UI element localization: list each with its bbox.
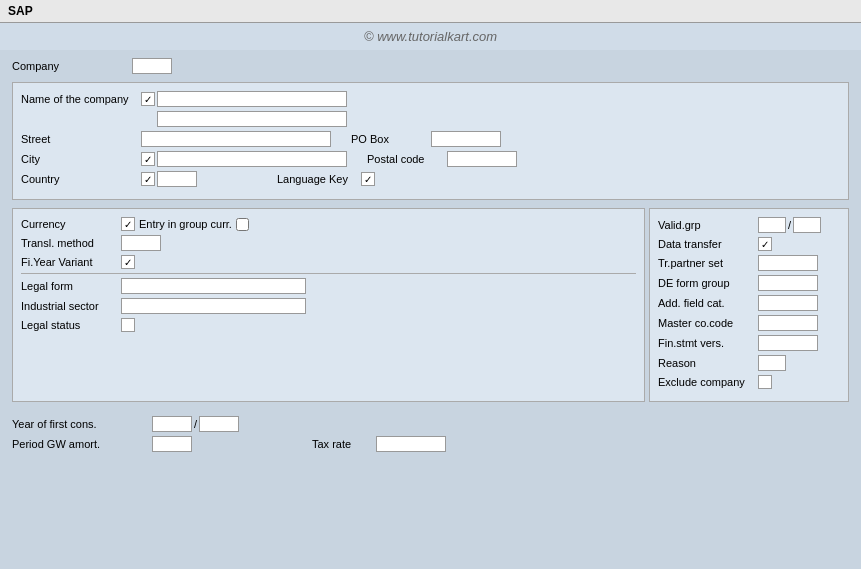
middle-section: Currency Entry in group curr. Transl. me… bbox=[12, 208, 849, 402]
street-row: Street PO Box bbox=[21, 131, 840, 147]
exclude-company-checkbox[interactable] bbox=[758, 375, 772, 389]
company-row: Company bbox=[12, 58, 849, 74]
city-label: City bbox=[21, 153, 141, 165]
de-form-group-input[interactable] bbox=[758, 275, 818, 291]
reason-row: Reason bbox=[658, 355, 840, 371]
name-company-row: Name of the company bbox=[21, 91, 840, 107]
legal-form-row: Legal form bbox=[21, 278, 636, 294]
tax-rate-input[interactable] bbox=[376, 436, 446, 452]
transl-method-input[interactable] bbox=[121, 235, 161, 251]
industrial-sector-label: Industrial sector bbox=[21, 300, 121, 312]
name-company-input2[interactable] bbox=[157, 111, 347, 127]
year-first-cons-input2[interactable] bbox=[199, 416, 239, 432]
legal-form-input[interactable] bbox=[121, 278, 306, 294]
master-co-code-row: Master co.code bbox=[658, 315, 840, 331]
country-input[interactable] bbox=[157, 171, 197, 187]
right-middle-panel: Valid.grp / Data transfer Tr.partner set… bbox=[649, 208, 849, 402]
fi-year-checkbox[interactable] bbox=[121, 255, 135, 269]
tr-partner-input[interactable] bbox=[758, 255, 818, 271]
address-section: Name of the company Street PO Box City P… bbox=[12, 82, 849, 200]
watermark-text: © www.tutorialkart.com bbox=[364, 29, 497, 44]
currency-row: Currency Entry in group curr. bbox=[21, 217, 636, 231]
country-label: Country bbox=[21, 173, 141, 185]
fin-stmt-vers-label: Fin.stmt vers. bbox=[658, 337, 758, 349]
add-field-cat-input[interactable] bbox=[758, 295, 818, 311]
industrial-sector-row: Industrial sector bbox=[21, 298, 636, 314]
valid-grp-slash: / bbox=[786, 219, 793, 231]
valid-grp-input2[interactable] bbox=[793, 217, 821, 233]
street-input[interactable] bbox=[141, 131, 331, 147]
tr-partner-label: Tr.partner set bbox=[658, 257, 758, 269]
po-box-input[interactable] bbox=[431, 131, 501, 147]
reason-label: Reason bbox=[658, 357, 758, 369]
street-label: Street bbox=[21, 133, 141, 145]
bottom-section: Year of first cons. / Period GW amort. T… bbox=[0, 410, 861, 462]
app-title: SAP bbox=[8, 4, 33, 18]
fi-year-row: Fi.Year Variant bbox=[21, 255, 636, 269]
legal-status-checkbox[interactable] bbox=[121, 318, 135, 332]
currency-checkbox[interactable] bbox=[121, 217, 135, 231]
year-first-cons-label: Year of first cons. bbox=[12, 418, 152, 430]
left-middle-panel: Currency Entry in group curr. Transl. me… bbox=[12, 208, 645, 402]
fin-stmt-vers-row: Fin.stmt vers. bbox=[658, 335, 840, 351]
entry-group-curr-label: Entry in group curr. bbox=[139, 218, 232, 230]
year-first-cons-row: Year of first cons. / bbox=[12, 416, 849, 432]
language-key-label: Language Key bbox=[277, 173, 357, 185]
postal-code-input[interactable] bbox=[447, 151, 517, 167]
entry-group-curr-checkbox[interactable] bbox=[236, 218, 249, 231]
fin-stmt-vers-input[interactable] bbox=[758, 335, 818, 351]
name-company-input[interactable] bbox=[157, 91, 347, 107]
tr-partner-row: Tr.partner set bbox=[658, 255, 840, 271]
exclude-company-label: Exclude company bbox=[658, 376, 758, 388]
city-input[interactable] bbox=[157, 151, 347, 167]
valid-grp-input1[interactable] bbox=[758, 217, 786, 233]
period-gw-label: Period GW amort. bbox=[12, 438, 152, 450]
name-company-row2 bbox=[21, 111, 840, 127]
period-gw-row: Period GW amort. Tax rate bbox=[12, 436, 849, 452]
add-field-cat-label: Add. field cat. bbox=[658, 297, 758, 309]
master-co-code-input[interactable] bbox=[758, 315, 818, 331]
period-gw-input[interactable] bbox=[152, 436, 192, 452]
valid-grp-row: Valid.grp / bbox=[658, 217, 840, 233]
transl-method-label: Transl. method bbox=[21, 237, 121, 249]
master-co-code-label: Master co.code bbox=[658, 317, 758, 329]
city-checkbox[interactable] bbox=[141, 152, 155, 166]
language-key-checkbox[interactable] bbox=[361, 172, 375, 186]
postal-code-label: Postal code bbox=[367, 153, 447, 165]
year-first-cons-input1[interactable] bbox=[152, 416, 192, 432]
left-divider bbox=[21, 273, 636, 274]
country-checkbox[interactable] bbox=[141, 172, 155, 186]
legal-form-label: Legal form bbox=[21, 280, 121, 292]
name-company-label: Name of the company bbox=[21, 93, 141, 105]
valid-grp-label: Valid.grp bbox=[658, 219, 758, 231]
city-row: City Postal code bbox=[21, 151, 840, 167]
exclude-company-row: Exclude company bbox=[658, 375, 840, 389]
po-box-label: PO Box bbox=[351, 133, 431, 145]
name-company-checkbox[interactable] bbox=[141, 92, 155, 106]
data-transfer-label: Data transfer bbox=[658, 238, 758, 250]
legal-status-label: Legal status bbox=[21, 319, 121, 331]
reason-input[interactable] bbox=[758, 355, 786, 371]
data-transfer-checkbox[interactable] bbox=[758, 237, 772, 251]
de-form-group-row: DE form group bbox=[658, 275, 840, 291]
de-form-group-label: DE form group bbox=[658, 277, 758, 289]
company-input[interactable] bbox=[132, 58, 172, 74]
currency-label: Currency bbox=[21, 218, 121, 230]
company-label: Company bbox=[12, 60, 132, 72]
legal-status-row: Legal status bbox=[21, 318, 636, 332]
data-transfer-row: Data transfer bbox=[658, 237, 840, 251]
fi-year-label: Fi.Year Variant bbox=[21, 256, 121, 268]
country-row: Country Language Key bbox=[21, 171, 840, 187]
watermark-bar: © www.tutorialkart.com bbox=[0, 23, 861, 50]
add-field-cat-row: Add. field cat. bbox=[658, 295, 840, 311]
year-slash: / bbox=[192, 418, 199, 430]
title-bar: SAP bbox=[0, 0, 861, 23]
industrial-sector-input[interactable] bbox=[121, 298, 306, 314]
tax-rate-label: Tax rate bbox=[312, 438, 372, 450]
transl-method-row: Transl. method bbox=[21, 235, 636, 251]
